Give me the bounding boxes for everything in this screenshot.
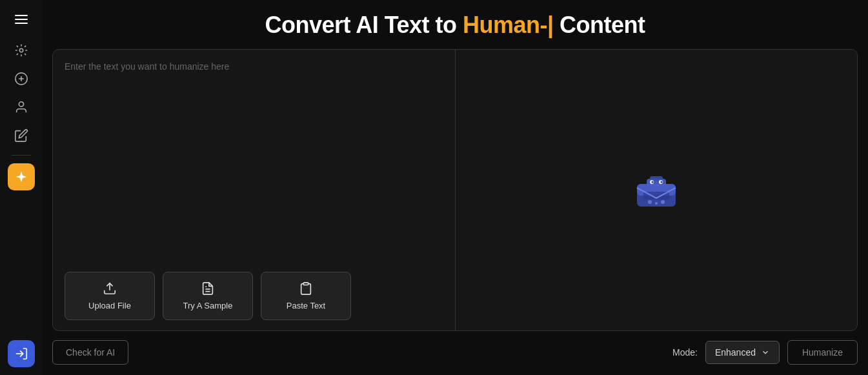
header: Convert AI Text to Human-| Content — [52, 0, 858, 49]
inbox-decoration-icon — [634, 171, 679, 210]
try-sample-label: Try A Sample — [183, 301, 233, 310]
svg-point-15 — [661, 200, 665, 204]
add-icon-btn[interactable] — [10, 67, 33, 90]
editor-container: Upload File Try A Sample — [52, 49, 858, 331]
sidebar — [0, 0, 42, 375]
svg-point-4 — [19, 102, 23, 106]
person-icon — [14, 100, 28, 114]
upload-icon — [103, 281, 117, 296]
mode-value: Enhanced — [715, 347, 756, 358]
chevron-down-icon — [761, 348, 770, 357]
humanize-button[interactable]: Humanize — [787, 340, 858, 365]
text-input[interactable] — [53, 50, 455, 261]
paste-text-button[interactable]: Paste Text — [261, 272, 351, 320]
upload-file-button[interactable]: Upload File — [65, 272, 155, 320]
login-icon — [14, 347, 28, 361]
clipboard-icon — [299, 281, 313, 296]
login-button[interactable] — [8, 340, 35, 367]
svg-point-20 — [651, 181, 653, 183]
title-before: Convert AI Text to — [265, 12, 463, 38]
check-ai-button[interactable]: Check for AI — [52, 340, 128, 365]
svg-rect-9 — [303, 283, 308, 285]
settings-icon-btn[interactable] — [10, 39, 33, 62]
humanize-label: Humanize — [802, 347, 843, 358]
title-after: Content — [554, 12, 645, 38]
editor-right-panel — [456, 50, 858, 330]
editor-left-panel: Upload File Try A Sample — [53, 50, 456, 330]
sidebar-bottom — [8, 340, 35, 367]
active-tool-btn[interactable] — [8, 163, 35, 190]
edit-icon — [14, 128, 28, 143]
mode-dropdown[interactable]: Enhanced — [705, 341, 780, 364]
upload-file-label: Upload File — [88, 301, 131, 310]
bottom-toolbar: Check for AI Mode: Enhanced Humanize — [52, 331, 858, 365]
svg-point-13 — [648, 200, 652, 204]
main-content: Convert AI Text to Human-| Content Uploa… — [42, 0, 868, 375]
svg-point-21 — [660, 181, 662, 183]
person-icon-btn[interactable] — [10, 96, 33, 119]
editor-actions: Upload File Try A Sample — [53, 261, 455, 330]
edit-icon-btn[interactable] — [10, 124, 33, 147]
svg-point-14 — [655, 202, 658, 205]
mode-label: Mode: — [672, 347, 698, 358]
sidebar-divider — [12, 155, 31, 156]
check-ai-label: Check for AI — [66, 347, 115, 358]
sparkle-icon — [15, 170, 28, 183]
document-icon — [201, 281, 215, 296]
title-highlight: Human-| — [463, 12, 554, 38]
svg-point-0 — [19, 48, 23, 52]
paste-text-label: Paste Text — [287, 301, 325, 310]
page-title: Convert AI Text to Human-| Content — [52, 12, 858, 39]
settings-icon — [14, 43, 28, 57]
add-icon — [14, 72, 28, 86]
menu-button[interactable] — [10, 8, 33, 31]
try-sample-button[interactable]: Try A Sample — [163, 272, 253, 320]
